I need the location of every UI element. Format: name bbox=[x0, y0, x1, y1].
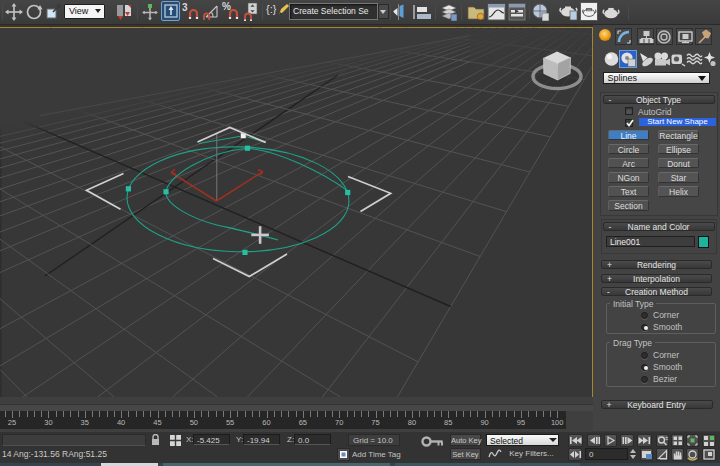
svg-text:±: ± bbox=[665, 435, 669, 441]
